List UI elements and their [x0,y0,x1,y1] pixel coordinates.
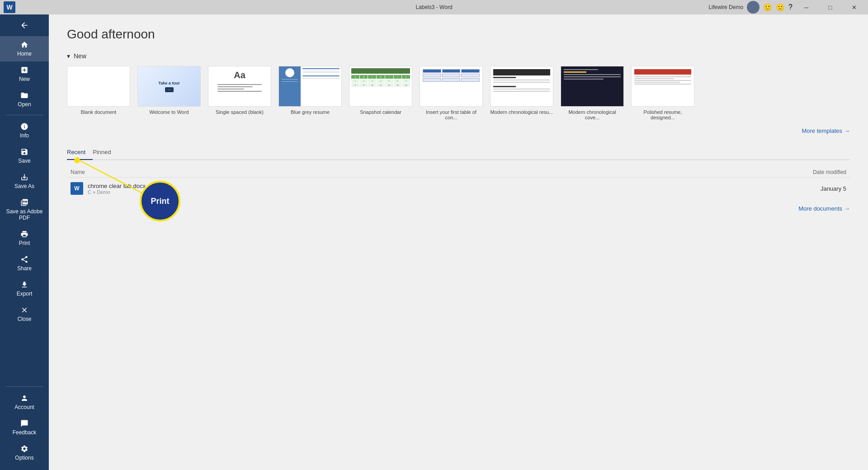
template-calendar[interactable]: S M T W T F S 1 2 3 4 5 6 [349,66,412,120]
tabs-bar: Recent Pinned [67,145,850,160]
app-body: Home New Open Info Save Save As Save as … [0,14,868,470]
home-icon [20,41,28,49]
sidebar-item-print-label: Print [19,240,30,246]
template-blank[interactable]: Blank document [67,66,130,120]
template-tour-label: Welcome to Word [149,109,189,115]
template-single-thumb: Aa [208,66,271,107]
arrow-right-icon: → [844,127,850,134]
sidebar-item-new[interactable]: New [0,61,49,87]
template-modern-label: Modern chronological resu... [491,109,553,115]
doc-filename: chrome clear tab.docx [88,183,146,189]
more-documents-link[interactable]: More documents → [67,205,850,212]
sidebar-item-account[interactable]: Account [0,390,49,415]
sidebar-item-export[interactable]: Export [0,276,49,301]
sidebar-divider-1 [5,115,43,115]
options-icon [20,445,28,453]
sidebar-item-home-label: Home [17,51,32,57]
template-calendar-thumb: S M T W T F S 1 2 3 4 5 6 [349,66,412,107]
feedback-icon [20,419,28,428]
sidebar-item-close[interactable]: Close [0,301,49,327]
reactions-icon[interactable]: 🙁 [776,3,785,12]
sidebar-item-export-label: Export [17,291,33,297]
new-section-chevron: ▾ [67,52,70,60]
template-polished[interactable]: Polished resume, designed... [631,66,694,120]
template-modern-cover[interactable]: Modern chronological cove... [561,66,624,120]
sidebar-divider-2 [5,386,43,387]
back-arrow-icon [20,21,29,30]
sidebar: Home New Open Info Save Save As Save as … [0,14,49,470]
more-docs-arrow-icon: → [844,205,850,212]
doc-name-cell: W chrome clear tab.docx C » Demo [67,178,591,200]
account-icon [20,394,28,402]
word-doc-icon: W [71,182,83,195]
sidebar-item-save-label: Save [18,158,30,164]
sidebar-item-open[interactable]: Open [0,87,49,112]
template-table[interactable]: Insert your first table of con... [420,66,483,120]
sidebar-item-save[interactable]: Save [0,143,49,169]
template-resume-label: Blue grey resume [291,109,330,115]
export-icon [20,281,28,289]
title-bar: W Labels3 - Word Lifewire Demo 🙂 🙁 ? ─ □… [0,0,868,14]
sidebar-item-save-as[interactable]: Save As [0,169,49,194]
sidebar-item-adobe-label: Save as Adobe PDF [4,208,45,221]
sidebar-item-options-label: Options [15,455,33,461]
sidebar-item-account-label: Account [14,404,34,410]
template-polished-thumb [631,66,694,107]
template-blue-resume[interactable]: Blue grey resume [278,66,342,120]
new-icon [20,66,28,74]
template-blank-label: Blank document [81,109,117,115]
template-resume-thumb [278,66,342,107]
template-modern-cover-thumb [561,66,624,107]
template-cover-label: Modern chronological cove... [561,109,624,120]
document-title: Labels3 - Word [415,4,452,10]
share-icon [20,255,28,263]
sidebar-item-share-label: Share [17,265,32,272]
help-icon[interactable]: ? [788,3,793,11]
template-tour[interactable]: Take a tour → Welcome to Word [137,66,201,120]
sidebar-item-save-adobe[interactable]: Save as Adobe PDF [0,194,49,226]
documents-table: Name Date modified W chrome clear tab.do… [67,167,850,200]
template-table-thumb [420,66,483,107]
open-icon [20,91,28,99]
smiley-icon[interactable]: 🙂 [763,3,772,12]
main-content: Good afternoon ▾ New Blank document Take… [49,14,868,470]
template-modern-resume[interactable]: Modern chronological resu... [490,66,553,120]
close-button[interactable]: ✕ [844,0,864,14]
sidebar-item-saveas-label: Save As [14,183,34,189]
template-single-label: Single spaced (blank) [216,109,264,115]
tab-pinned[interactable]: Pinned [93,145,118,160]
more-templates-link[interactable]: More templates → [67,127,850,134]
template-modern-resume-thumb [490,66,553,107]
new-section-label: New [74,52,86,60]
template-table-label: Insert your first table of con... [420,109,483,120]
sidebar-item-feedback-label: Feedback [13,429,37,436]
sidebar-item-feedback[interactable]: Feedback [0,415,49,440]
sidebar-item-info[interactable]: Info [0,118,49,143]
sidebar-item-close-label: Close [18,316,32,322]
tab-recent[interactable]: Recent [67,145,93,160]
sidebar-item-options[interactable]: Options [0,440,49,465]
back-button[interactable] [0,14,49,36]
template-single[interactable]: Aa Single spaced (blank) [208,66,271,120]
template-calendar-label: Snapshot calendar [360,109,401,115]
print-icon [20,230,28,238]
pdf-icon [20,198,28,207]
sidebar-item-new-label: New [19,76,30,82]
table-row[interactable]: W chrome clear tab.docx C » Demo January… [67,178,850,200]
save-icon [20,148,28,156]
greeting-header: Good afternoon [67,27,850,42]
template-polished-label: Polished resume, designed... [631,109,694,120]
sidebar-item-print[interactable]: Print [0,226,49,251]
sidebar-bottom: Account Feedback Options [0,384,49,470]
sidebar-item-home[interactable]: Home [0,36,49,61]
user-name-label: Lifewire Demo [708,4,743,10]
template-gallery: Blank document Take a tour → Welcome to … [67,66,850,124]
col-header-date: Date modified [591,167,850,178]
info-icon [20,122,28,131]
minimize-button[interactable]: ─ [796,0,816,14]
close-doc-icon [20,306,28,314]
new-section-header[interactable]: ▾ New [67,52,850,60]
doc-date: January 5 [591,178,850,200]
restore-button[interactable]: □ [820,0,840,14]
sidebar-item-share[interactable]: Share [0,251,49,276]
